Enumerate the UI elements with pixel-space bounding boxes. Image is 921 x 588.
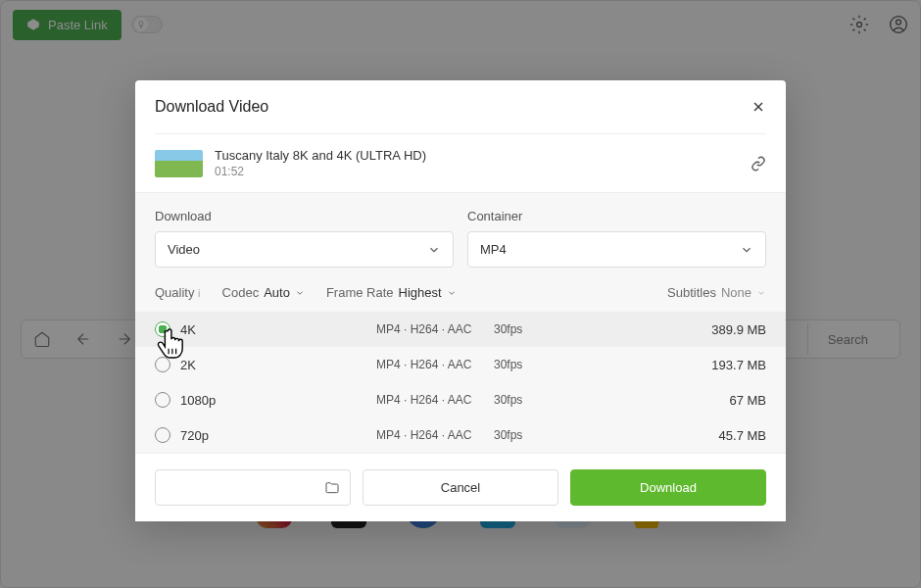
download-button[interactable]: Download bbox=[570, 469, 766, 506]
video-info: Tuscany Italy 8K and 4K (ULTRA HD) 01:52 bbox=[135, 134, 786, 192]
framerate-filter[interactable]: Frame Rate Highest bbox=[326, 285, 457, 300]
info-icon: i bbox=[198, 287, 200, 299]
download-value: Video bbox=[168, 242, 200, 257]
chevron-down-icon bbox=[427, 243, 441, 257]
modal-footer: Cancel Download bbox=[135, 453, 786, 521]
quality-option-720p[interactable]: 720p MP4 · H264 · AAC 30fps 45.7 MB bbox=[135, 417, 786, 453]
container-label: Container bbox=[467, 209, 766, 223]
video-duration: 01:52 bbox=[215, 165, 739, 178]
link-icon[interactable] bbox=[751, 156, 766, 172]
container-value: MP4 bbox=[480, 242, 507, 257]
filter-row: Quality i Codec Auto Frame Rate Highest … bbox=[155, 285, 766, 300]
video-title: Tuscany Italy 8K and 4K (ULTRA HD) bbox=[215, 148, 739, 163]
quality-option-2k[interactable]: 2K MP4 · H264 · AAC 30fps 193.7 MB bbox=[135, 347, 786, 382]
chevron-down-icon bbox=[740, 243, 753, 257]
cancel-button[interactable]: Cancel bbox=[363, 469, 558, 506]
quality-filter-label: Quality i bbox=[155, 285, 201, 300]
radio-checked bbox=[155, 321, 170, 337]
container-dropdown-group: Container MP4 bbox=[467, 209, 766, 268]
codec-filter[interactable]: Codec Auto bbox=[222, 285, 305, 300]
chevron-down-icon bbox=[447, 288, 457, 298]
chevron-down-icon bbox=[756, 288, 766, 298]
options-section: Download Video Container MP4 bbox=[135, 192, 786, 312]
close-button[interactable] bbox=[751, 99, 766, 115]
dropdown-row: Download Video Container MP4 bbox=[155, 209, 766, 268]
radio-unchecked bbox=[155, 392, 170, 408]
save-path-input[interactable] bbox=[155, 469, 351, 506]
download-modal: Download Video Tuscany Italy 8K and 4K (… bbox=[135, 80, 786, 521]
modal-title: Download Video bbox=[155, 98, 268, 116]
radio-unchecked bbox=[155, 427, 170, 443]
quality-option-4k[interactable]: 4K MP4 · H264 · AAC 30fps 389.9 MB bbox=[135, 312, 786, 347]
container-dropdown[interactable]: MP4 bbox=[467, 231, 766, 268]
download-label: Download bbox=[155, 209, 454, 223]
folder-icon bbox=[324, 480, 340, 496]
download-dropdown[interactable]: Video bbox=[155, 231, 454, 268]
download-dropdown-group: Download Video bbox=[155, 209, 454, 268]
modal-header: Download Video bbox=[135, 80, 786, 133]
video-thumbnail bbox=[155, 150, 203, 177]
chevron-down-icon bbox=[295, 288, 305, 298]
close-icon bbox=[751, 99, 766, 115]
subtitles-filter[interactable]: Subtitles None bbox=[667, 285, 766, 300]
modal-overlay: Download Video Tuscany Italy 8K and 4K (… bbox=[0, 0, 921, 588]
radio-unchecked bbox=[155, 357, 170, 372]
quality-list: 4K MP4 · H264 · AAC 30fps 389.9 MB 2K MP… bbox=[135, 312, 786, 453]
video-meta: Tuscany Italy 8K and 4K (ULTRA HD) 01:52 bbox=[215, 148, 739, 178]
quality-option-1080p[interactable]: 1080p MP4 · H264 · AAC 30fps 67 MB bbox=[135, 382, 786, 417]
